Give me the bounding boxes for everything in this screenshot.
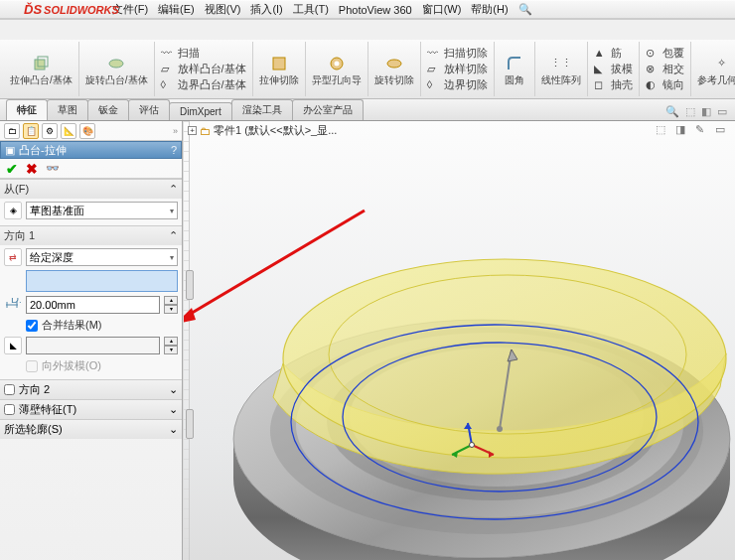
menu-tools[interactable]: 工具(T): [290, 1, 332, 18]
vp-icon-4[interactable]: ▭: [715, 123, 729, 137]
vp-icon-2[interactable]: ◨: [675, 123, 689, 137]
tab-features[interactable]: 特征: [6, 99, 48, 120]
draft-spinner[interactable]: ▴▾: [164, 337, 178, 354]
cancel-button[interactable]: ✖: [26, 161, 38, 177]
revolve-boss-button[interactable]: 旋转凸台/基体: [85, 54, 148, 85]
ribbon-toolbar: 拉伸凸台/基体 旋转凸台/基体 〰扫描 ▱放样凸台/基体 ◊边界凸台/基体 拉伸…: [0, 40, 735, 99]
expand-icon: ⌄: [169, 383, 178, 396]
cut-boundary-button[interactable]: ◊边界切除: [427, 77, 488, 92]
menu-edit[interactable]: 编辑(E): [155, 1, 198, 18]
fm-tab-property-manager[interactable]: 📋: [23, 123, 39, 139]
pattern-button[interactable]: ⋮⋮线性阵列: [541, 54, 581, 85]
from-icon: ◈: [4, 202, 22, 219]
svg-rect-5: [273, 58, 285, 70]
end-condition-select[interactable]: 给定深度▾: [26, 248, 178, 266]
menu-window[interactable]: 窗口(W): [419, 1, 465, 18]
svg-point-4: [109, 60, 123, 68]
cut-loft-button[interactable]: ▱放样切除: [427, 62, 488, 76]
svg-point-23: [497, 426, 503, 432]
draft-icon[interactable]: ◣: [4, 337, 22, 354]
svg-point-7: [334, 61, 339, 66]
detailed-preview-button[interactable]: 👓: [46, 162, 60, 175]
intersect-button[interactable]: ⊗相交: [646, 62, 684, 76]
menu-view[interactable]: 视图(V): [202, 1, 244, 18]
tab-dimxpert[interactable]: DimXpert: [169, 102, 232, 120]
fillet-button[interactable]: 圆角: [501, 54, 528, 85]
3d-model-render: [214, 141, 735, 560]
ref-geom-button[interactable]: ✧参考几何体: [697, 54, 735, 85]
rib-button[interactable]: ▲筋: [594, 46, 622, 61]
cut-revolve-button[interactable]: 旋转切除: [374, 54, 414, 85]
svg-rect-2: [35, 60, 45, 70]
contours-header[interactable]: 所选轮廓(S) ⌄: [0, 419, 182, 439]
cut-sweep-button[interactable]: 〰扫描切除: [427, 46, 488, 61]
depth-spinner[interactable]: ▴▾: [164, 296, 178, 314]
part-icon: 🗀: [200, 125, 211, 137]
draft-angle-input[interactable]: [26, 337, 160, 354]
command-tabs: 特征 草图 钣金 评估 DimXpert 渲染工具 办公室产品 🔍 ⬚ ◧ ▭: [0, 99, 735, 121]
cut-extrude-button[interactable]: 拉伸切除: [259, 54, 299, 85]
search-icon[interactable]: 🔍: [515, 2, 535, 17]
collapse-icon: ⌃: [168, 229, 178, 242]
from-select[interactable]: 草图基准面▾: [26, 202, 178, 219]
fm-tab-feature-tree[interactable]: 🗀: [4, 123, 20, 139]
direction-vector-field[interactable]: [26, 270, 178, 292]
wrap-button[interactable]: ⊙包覆: [646, 46, 684, 61]
sweep-button[interactable]: 〰扫描: [161, 46, 200, 61]
vp-icon-1[interactable]: ⬚: [656, 123, 669, 137]
expand-icon: ⌄: [169, 423, 178, 436]
shell-button[interactable]: ◻抽壳: [594, 77, 633, 92]
ruler-grip[interactable]: [186, 409, 194, 439]
extrude-icon: ▣: [5, 144, 15, 157]
view-orient-icon[interactable]: ⬚: [685, 105, 695, 118]
outward-draft-checkbox[interactable]: 向外拔模(O): [4, 358, 178, 373]
zoom-fit-icon[interactable]: 🔍: [665, 105, 679, 118]
direction1-header[interactable]: 方向 1 ⌃: [0, 226, 182, 245]
vp-icon-3[interactable]: ✎: [695, 123, 709, 137]
help-icon[interactable]: ?: [171, 144, 177, 156]
display-style-icon[interactable]: ◧: [701, 105, 711, 118]
draft-button[interactable]: ◣拔模: [594, 62, 633, 76]
reverse-direction-button[interactable]: ⇄: [4, 248, 22, 266]
direction2-header[interactable]: 方向 2 ⌄: [0, 379, 182, 399]
fm-tab-dimxpert[interactable]: 📐: [61, 123, 76, 139]
depth-input[interactable]: 20.00mm: [26, 296, 160, 314]
tab-sheetmetal[interactable]: 钣金: [87, 99, 129, 120]
viewport-ruler: [184, 121, 190, 560]
depth-dimension-icon: D1: [4, 296, 22, 314]
tab-sketch[interactable]: 草图: [47, 99, 88, 120]
property-manager-panel: 🗀 📋 ⚙ 📐 🎨 » ▣ 凸台-拉伸 ? ✔ ✖ 👓 从(F) ⌃: [0, 121, 183, 560]
flyout-tree[interactable]: + 🗀 零件1 (默认<<默认>_显...: [188, 123, 337, 138]
extrude-boss-button[interactable]: 拉伸凸台/基体: [10, 54, 73, 85]
thin-feature-header[interactable]: 薄壁特征(T) ⌄: [0, 399, 182, 419]
svg-point-18: [329, 275, 686, 434]
loft-button[interactable]: ▱放样凸台/基体: [161, 62, 246, 76]
mirror-button[interactable]: ◐镜向: [646, 77, 684, 92]
svg-text:D1: D1: [11, 298, 21, 305]
tab-render[interactable]: 渲染工具: [231, 99, 293, 120]
menu-pv360[interactable]: PhotoView 360: [336, 3, 415, 17]
hole-wizard-button[interactable]: 异型孔向导: [312, 54, 362, 85]
svg-point-8: [387, 60, 401, 68]
3d-viewport[interactable]: + 🗀 零件1 (默认<<默认>_显... ⬚ ◨ ✎ ▭: [183, 121, 735, 560]
tab-office[interactable]: 办公室产品: [292, 99, 364, 120]
ok-button[interactable]: ✔: [6, 161, 18, 177]
fm-tab-config[interactable]: ⚙: [42, 123, 58, 139]
ruler-grip[interactable]: [186, 270, 194, 300]
boundary-button[interactable]: ◊边界凸台/基体: [161, 77, 246, 92]
tab-evaluate[interactable]: 评估: [128, 99, 170, 120]
collapse-icon: ⌃: [168, 183, 178, 196]
app-logo: ĎSSOLIDWORKS: [24, 2, 119, 17]
expand-icon: ⌄: [169, 403, 178, 416]
fm-tab-display[interactable]: 🎨: [79, 123, 95, 139]
pm-title-bar: ▣ 凸台-拉伸 ?: [0, 141, 182, 159]
svg-point-30: [470, 443, 475, 448]
hide-show-icon[interactable]: ▭: [717, 105, 727, 118]
from-section-header[interactable]: 从(F) ⌃: [0, 180, 182, 199]
merge-result-checkbox[interactable]: 合并结果(M): [4, 318, 178, 333]
menu-insert[interactable]: 插入(I): [247, 1, 285, 18]
menu-help[interactable]: 帮助(H): [468, 1, 511, 18]
